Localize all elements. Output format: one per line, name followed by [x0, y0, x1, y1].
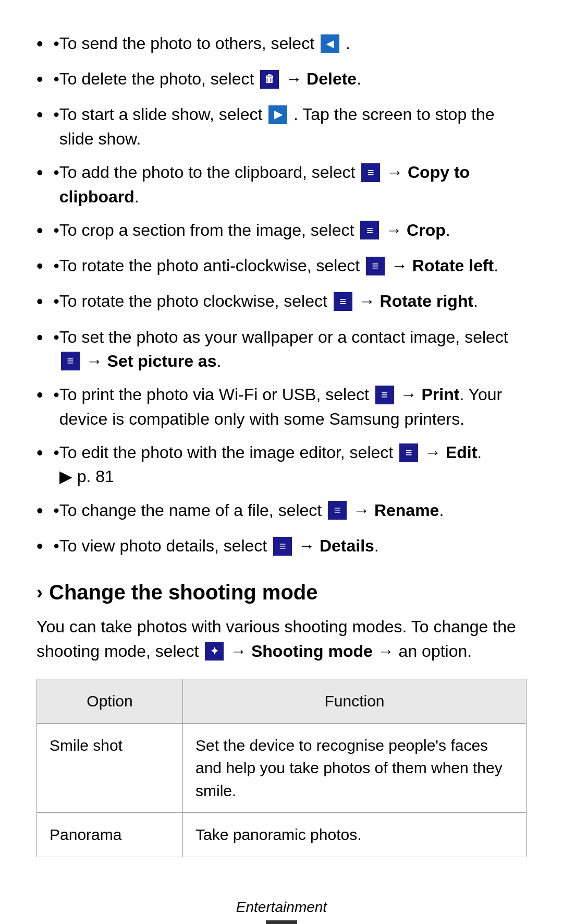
footer: Entertainment 71 [36, 899, 527, 925]
details-bold: Details [320, 536, 374, 555]
print-bold: Print [421, 385, 459, 404]
page-number: 71 [266, 920, 298, 925]
shooting-mode-table: Option Function Smile shot Set the devic… [36, 679, 527, 857]
list-item-set-picture: • To set the photo as your wallpaper or … [36, 325, 527, 374]
section-title: Change the shooting mode [49, 581, 318, 604]
menu-icon-rename: ≡ [328, 501, 347, 520]
table-cell-option-smile: Smile shot [37, 723, 183, 813]
trash-icon: 🗑 [260, 70, 279, 89]
list-item-rotate-left: • To rotate the photo anti-clockwise, se… [36, 254, 527, 280]
set-picture-bold: Set picture as [107, 352, 217, 370]
intro-arrow: → [230, 642, 251, 661]
rotate-left-text: To rotate the photo anti-clockwise, sele… [59, 256, 364, 275]
menu-icon-set-picture: ≡ [61, 352, 80, 370]
rename-bold: Rename [374, 501, 439, 520]
menu-icon-rotate-right: ≡ [334, 292, 352, 311]
menu-icon-details: ≡ [273, 537, 292, 556]
send-text-before: To send the photo to others, select [59, 34, 319, 53]
edit-page-ref: p. 81 [77, 467, 114, 486]
section-intro: You can take photos with various shootin… [36, 615, 527, 663]
table-cell-function-panorama: Take panoramic photos. [183, 813, 527, 857]
menu-icon-crop: ≡ [360, 221, 379, 239]
table-row-smile-shot: Smile shot Set the device to recognise p… [37, 723, 527, 813]
table-cell-function-smile: Set the device to recognise people's fac… [183, 723, 527, 813]
rotate-right-text: To rotate the photo clockwise, select [59, 292, 332, 310]
list-item-print: • To print the photo via Wi-Fi or USB, s… [36, 382, 527, 431]
send-text-after: . [346, 34, 350, 53]
edit-text-before: To edit the photo with the image editor,… [59, 443, 398, 462]
play-icon: ▶ [268, 105, 287, 124]
set-picture-text: To set the photo as your wallpaper or a … [59, 328, 508, 346]
details-text-before: To view photo details, select [59, 536, 272, 555]
list-item-delete: • To delete the photo, select 🗑 → Delete… [36, 67, 527, 93]
list-item-crop: • To crop a section from the image, sele… [36, 218, 527, 244]
settings-icon: ✦ [205, 642, 224, 661]
delete-bold: Delete [307, 69, 357, 88]
chevron-icon: › [36, 582, 43, 604]
rotate-right-bold: Rotate right [380, 292, 474, 310]
footer-category: Entertainment [36, 899, 527, 916]
delete-text-before: To delete the photo, select [59, 69, 259, 88]
table-row-panorama: Panorama Take panoramic photos. [37, 813, 527, 857]
clipboard-text-before: To add the photo to the clipboard, selec… [59, 163, 360, 182]
rotate-left-bold: Rotate left [412, 256, 494, 275]
ref-arrow-icon: ▶ [59, 467, 72, 486]
list-item-send: • To send the photo to others, select ◀ … [36, 31, 527, 57]
list-item-clipboard: • To add the photo to the clipboard, sel… [36, 160, 527, 209]
section-heading: › Change the shooting mode [36, 581, 527, 604]
menu-icon-edit: ≡ [399, 443, 418, 462]
intro-end: → an option. [377, 642, 472, 661]
table-header-option: Option [37, 679, 183, 724]
list-item-rename: • To change the name of a file, select ≡… [36, 498, 527, 524]
list-item-edit: • To edit the photo with the image edito… [36, 440, 527, 489]
list-item-rotate-right: • To rotate the photo clockwise, select … [36, 289, 527, 315]
bullet-list: • To send the photo to others, select ◀ … [36, 31, 527, 560]
table-cell-option-panorama: Panorama [37, 813, 183, 857]
table-header-function: Function [183, 679, 527, 724]
edit-bold: Edit [446, 443, 477, 462]
menu-icon-print: ≡ [375, 386, 394, 404]
menu-icon-rotate-left: ≡ [366, 257, 385, 275]
menu-icon-clipboard: ≡ [361, 163, 380, 182]
slideshow-text-before: To start a slide show, select [59, 105, 267, 124]
rename-text-before: To change the name of a file, select [59, 501, 326, 520]
crop-bold: Crop [407, 221, 446, 239]
print-text-before: To print the photo via Wi-Fi or USB, sel… [59, 385, 374, 404]
edit-ref: ▶ p. 81 [59, 464, 114, 488]
list-item-slideshow: • To start a slide show, select ▶ . Tap … [36, 102, 527, 151]
share-icon: ◀ [321, 34, 339, 53]
crop-text-before: To crop a section from the image, select [59, 221, 359, 239]
intro-bold: Shooting mode [251, 642, 373, 661]
delete-arrow: → [285, 69, 307, 88]
list-item-details: • To view photo details, select ≡ → Deta… [36, 534, 527, 560]
